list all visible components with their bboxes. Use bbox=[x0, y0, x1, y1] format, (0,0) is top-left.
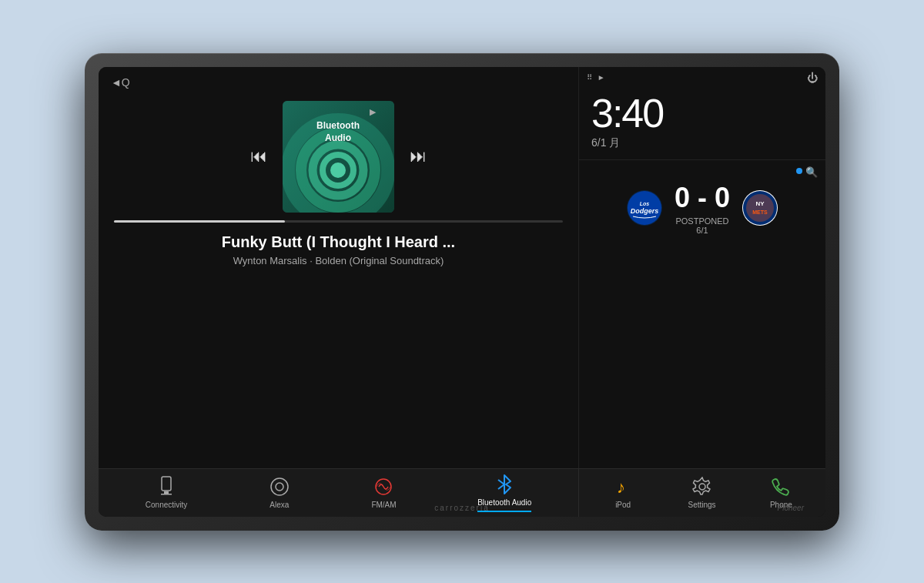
svg-point-12 bbox=[746, 194, 774, 222]
connectivity-icon bbox=[156, 476, 177, 498]
bottom-nav-left: Connectivity Alexa bbox=[99, 469, 579, 517]
svg-rect-16 bbox=[164, 491, 169, 494]
nav-item-connectivity[interactable]: Connectivity bbox=[146, 476, 187, 509]
music-player-panel: ◄Q ⏮ bbox=[99, 67, 579, 468]
svg-rect-17 bbox=[161, 494, 172, 495]
search-icon[interactable]: 🔍 bbox=[805, 166, 818, 178]
phone-icon bbox=[770, 476, 792, 498]
dots-icon: ⠿ ► bbox=[587, 73, 607, 82]
nav-item-alexa[interactable]: Alexa bbox=[269, 476, 290, 509]
main-screen: ◄Q ⏮ bbox=[99, 67, 825, 517]
score-separator: - bbox=[698, 182, 715, 213]
away-team-logo: NY METS bbox=[742, 190, 778, 226]
alexa-label: Alexa bbox=[270, 501, 289, 509]
alexa-icon bbox=[269, 476, 290, 498]
away-score: 0 bbox=[715, 182, 730, 213]
screen-main-area: ◄Q ⏮ bbox=[99, 67, 825, 468]
svg-point-24 bbox=[699, 484, 705, 490]
back-icon[interactable]: ◄Q bbox=[111, 76, 130, 89]
svg-text:Dodgers: Dodgers bbox=[631, 207, 659, 215]
progress-fill bbox=[114, 220, 285, 223]
ipod-label: iPod bbox=[615, 501, 631, 509]
connectivity-label: Connectivity bbox=[146, 501, 187, 509]
score-status: POSTPONED bbox=[675, 216, 730, 226]
progress-area bbox=[111, 220, 566, 223]
svg-text:NY: NY bbox=[755, 200, 765, 207]
song-artist: Wynton Marsalis · Bolden (Original Sound… bbox=[111, 255, 566, 266]
song-title: Funky Butt (I Thought I Heard ... bbox=[111, 233, 566, 251]
album-area: ⏮ bbox=[111, 101, 566, 213]
svg-text:♪: ♪ bbox=[617, 477, 625, 497]
nav-item-fmam[interactable]: FM/AM bbox=[371, 476, 396, 509]
song-info: Funky Butt (I Thought I Heard ... Wynton… bbox=[111, 233, 566, 266]
clock-date: 6/1 月 bbox=[591, 136, 813, 150]
score-date: 6/1 bbox=[675, 226, 730, 235]
home-score: 0 bbox=[675, 182, 690, 213]
svg-text:Los: Los bbox=[640, 201, 650, 206]
svg-line-22 bbox=[498, 484, 504, 489]
svg-text:Audio: Audio bbox=[325, 132, 351, 143]
svg-point-18 bbox=[271, 478, 288, 495]
ipod-icon: ♪ bbox=[612, 476, 634, 498]
clock-section: 3:40 6/1 月 bbox=[579, 85, 825, 160]
nav-item-settings[interactable]: Settings bbox=[688, 476, 715, 509]
screen-mode-icon: ▶ bbox=[370, 107, 388, 121]
svg-rect-15 bbox=[162, 477, 171, 491]
bluetooth-indicator bbox=[796, 168, 802, 174]
next-button[interactable]: ⏭ bbox=[410, 146, 427, 166]
score-widget: Los Dodgers 0 - 0 bbox=[588, 182, 816, 235]
settings-icon bbox=[691, 476, 713, 498]
sport-section: 🔍 Los Dodgers bbox=[579, 160, 825, 468]
fmam-icon bbox=[373, 476, 394, 498]
svg-point-5 bbox=[330, 163, 346, 178]
right-panel: ⠿ ► ⏻ 3:40 6/1 月 🔍 bbox=[579, 67, 825, 468]
right-top-bar: ⠿ ► ⏻ bbox=[579, 67, 825, 85]
brand-carrozzeria: carrozzeria bbox=[434, 504, 489, 512]
settings-label: Settings bbox=[688, 501, 715, 509]
progress-bar[interactable] bbox=[114, 220, 563, 223]
prev-button[interactable]: ⏮ bbox=[250, 146, 267, 166]
player-top-bar: ◄Q bbox=[111, 76, 566, 89]
home-team-logo: Los Dodgers bbox=[627, 190, 662, 226]
clock-time: 3:40 bbox=[591, 93, 813, 133]
nav-item-ipod[interactable]: ♪ iPod bbox=[612, 476, 634, 509]
fmam-label: FM/AM bbox=[371, 501, 396, 509]
album-art: Bluetooth Audio ▶ bbox=[283, 101, 394, 213]
svg-text:METS: METS bbox=[752, 209, 768, 215]
score-display: 0 - 0 bbox=[675, 182, 730, 214]
svg-line-21 bbox=[498, 480, 504, 484]
screen: ◄Q ⏮ bbox=[99, 67, 825, 517]
car-stereo-device: ◄Q ⏮ bbox=[85, 53, 839, 531]
svg-point-19 bbox=[276, 483, 283, 491]
bluetooth-audio-icon bbox=[494, 474, 515, 495]
score-center: 0 - 0 POSTPONED 6/1 bbox=[675, 182, 730, 235]
power-icon[interactable]: ⏻ bbox=[807, 72, 818, 84]
brand-pioneer: Pioneer bbox=[778, 504, 804, 512]
svg-text:Bluetooth: Bluetooth bbox=[316, 120, 360, 131]
